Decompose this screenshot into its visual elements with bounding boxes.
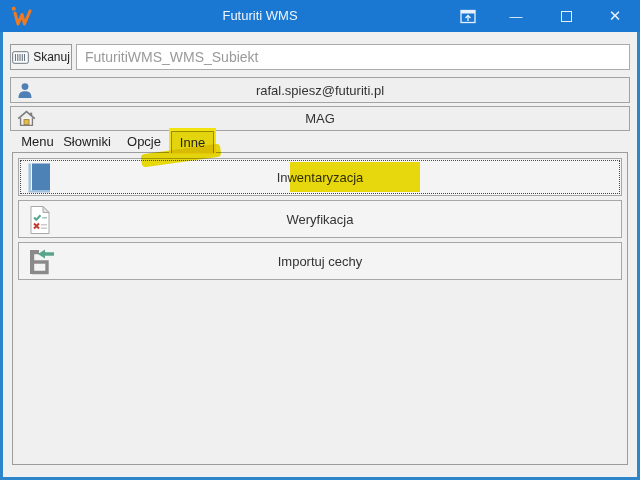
tab-opcje[interactable]: Opcje [117, 131, 171, 153]
importuj-cechy-button[interactable]: Importuj cechy [18, 242, 622, 280]
tab-opcje-label: Opcje [127, 134, 161, 149]
warehouse-value: MAG [11, 111, 629, 126]
highlighter-mark-inwentaryzacja [290, 162, 420, 192]
dock-window-button[interactable] [446, 0, 490, 32]
tab-menu[interactable]: Menu [18, 131, 57, 153]
close-button[interactable]: ✕ [592, 0, 638, 32]
minimize-button[interactable]: — [494, 0, 538, 32]
window-title: Futuriti WMS [170, 0, 350, 32]
scan-input[interactable] [76, 44, 630, 70]
scan-button[interactable]: Skanuj [10, 44, 72, 70]
inwentaryzacja-button[interactable]: Inwentaryzacja [18, 158, 622, 196]
maximize-button[interactable] [544, 0, 588, 32]
futuriti-logo-icon [9, 5, 35, 27]
warehouse-field[interactable]: MAG [10, 106, 630, 131]
dock-window-icon [460, 9, 476, 24]
minimize-icon: — [510, 9, 523, 24]
import-floppy-icon [25, 246, 56, 277]
window-body: Skanuj rafal.spiesz@futuriti.pl [0, 32, 640, 480]
app-window: Futuriti WMS — ✕ Skanuj [0, 0, 640, 480]
tab-slowniki-label: Słowniki [63, 134, 111, 149]
scan-button-label: Skanuj [33, 50, 70, 64]
weryfikacja-button[interactable]: Weryfikacja [18, 200, 622, 238]
verification-document-icon [28, 205, 52, 235]
user-field[interactable]: rafal.spiesz@futuriti.pl [10, 77, 630, 103]
importuj-cechy-label: Importuj cechy [278, 254, 363, 269]
tab-menu-label: Menu [21, 134, 54, 149]
inventory-book-icon [25, 162, 52, 194]
weryfikacja-label: Weryfikacja [287, 212, 354, 227]
close-icon: ✕ [609, 7, 622, 25]
titlebar: Futuriti WMS — ✕ [0, 0, 640, 32]
user-email-value: rafal.spiesz@futuriti.pl [11, 83, 629, 98]
tab-content-panel: Inwentaryzacja Weryfikacja [12, 152, 628, 465]
tab-slowniki[interactable]: Słowniki [57, 131, 117, 153]
barcode-icon [12, 51, 29, 64]
maximize-icon [561, 11, 572, 22]
